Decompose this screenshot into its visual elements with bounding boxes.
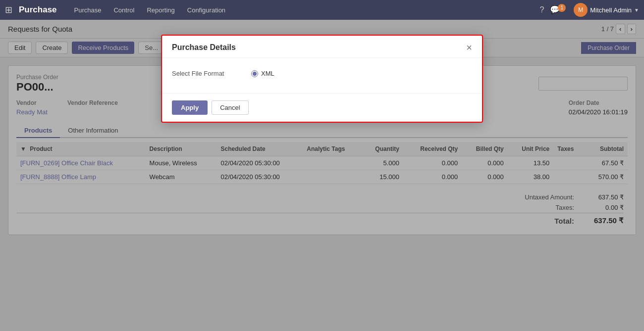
xml-option: XML	[251, 70, 274, 77]
modal-title: Purchase Details	[172, 43, 236, 52]
app-title: Purchase	[19, 5, 57, 15]
chevron-down-icon: ▼	[634, 7, 639, 13]
help-icon[interactable]: ?	[539, 5, 544, 14]
chat-icon[interactable]: 💬1	[550, 5, 568, 15]
cancel-button[interactable]: Cancel	[212, 100, 248, 115]
page-area: Requests for Quota 1 / 7 ‹ › Edit Create…	[0, 20, 644, 331]
main-nav: Purchase Control Reporting Configuration	[69, 4, 231, 16]
nav-control[interactable]: Control	[108, 4, 139, 16]
apply-button[interactable]: Apply	[172, 100, 208, 115]
nav-reporting[interactable]: Reporting	[142, 4, 179, 16]
modal-footer: Apply Cancel	[162, 93, 482, 122]
apps-menu-icon[interactable]: ⊞	[5, 4, 12, 15]
purchase-details-modal: Purchase Details × Select File Format XM…	[161, 35, 483, 123]
modal-header: Purchase Details ×	[162, 36, 482, 58]
nav-configuration[interactable]: Configuration	[182, 4, 230, 16]
file-format-label: Select File Format	[172, 70, 241, 77]
chat-badge: 1	[558, 4, 566, 12]
nav-purchase[interactable]: Purchase	[69, 4, 107, 16]
avatar: M	[574, 3, 588, 17]
top-navbar: ⊞ Purchase Purchase Control Reporting Co…	[0, 0, 644, 20]
modal-overlay: Purchase Details × Select File Format XM…	[0, 20, 644, 331]
modal-close-button[interactable]: ×	[466, 43, 472, 52]
xml-radio[interactable]	[251, 70, 258, 77]
file-format-row: Select File Format XML	[172, 70, 472, 77]
user-menu[interactable]: M Mitchell Admin ▼	[574, 3, 639, 17]
xml-label: XML	[261, 70, 274, 77]
modal-body: Select File Format XML	[162, 58, 482, 93]
top-bar-right: ? 💬1 M Mitchell Admin ▼	[539, 3, 639, 17]
username: Mitchell Admin	[590, 6, 632, 14]
